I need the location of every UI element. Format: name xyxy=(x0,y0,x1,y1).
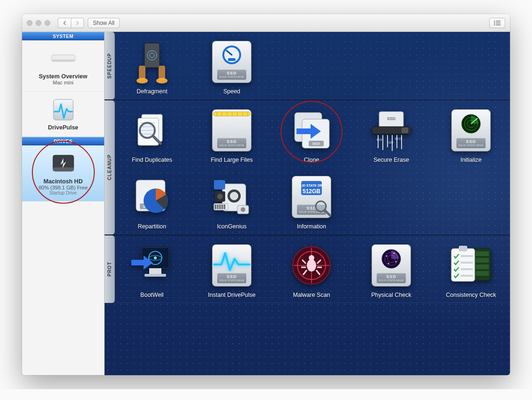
tile-label: Clone xyxy=(304,157,319,163)
tile-clone[interactable]: SSD Clone xyxy=(281,107,342,163)
tile-speed[interactable]: SSDSOLID STATE DRIVE Speed xyxy=(201,38,262,95)
svg-line-81 xyxy=(325,210,330,216)
tile-label: Consistency Check xyxy=(446,292,496,298)
sidebar-item-title: DrivePulse xyxy=(48,124,78,131)
svg-text:1100: 1100 xyxy=(387,141,394,144)
category-protect: PROT BootWell xyxy=(105,235,510,303)
main-grid: SPEEDUP Defragment xyxy=(105,32,510,375)
tile-consistency-check[interactable]: Consistency Check xyxy=(441,242,502,298)
find-duplicates-icon xyxy=(129,107,175,154)
sidebar-item-sub: Mac mini xyxy=(53,80,73,85)
minimize-dot[interactable] xyxy=(36,20,41,26)
svg-rect-110 xyxy=(476,264,489,269)
svg-text:SSD: SSD xyxy=(312,142,320,146)
zoom-dot[interactable] xyxy=(45,20,50,26)
svg-rect-72 xyxy=(220,204,221,209)
tile-instant-drivepulse[interactable]: SSDSOLID STATE DRIVE Instant DrivePulse xyxy=(201,242,262,298)
sidebar-item-sub: 80% (398.1 GB) Free xyxy=(38,185,88,190)
sidebar: SYSTEM System Overview Mac mini xyxy=(22,32,105,375)
sidebar-item-title: System Overview xyxy=(39,73,88,80)
category-tab-cleanup[interactable]: CLEANUP xyxy=(105,100,115,234)
clone-icon: SSD xyxy=(288,107,335,154)
secure-erase-icon: SSD 010111000011 xyxy=(368,107,415,154)
tile-defragment[interactable]: Defragment xyxy=(122,38,182,95)
svg-rect-73 xyxy=(222,204,223,209)
find-large-icon: SSDSOLID STATE DRIVE xyxy=(208,107,255,154)
sidebar-item-system-overview[interactable]: System Overview Mac mini xyxy=(22,40,104,91)
sidebar-section-system: SYSTEM xyxy=(22,32,104,40)
tile-label: Information xyxy=(297,223,327,230)
tile-malware-scan[interactable]: Malware Scan xyxy=(281,242,342,298)
svg-rect-44 xyxy=(402,128,408,133)
tile-physical-check[interactable]: SSDSOLID STATE DRIVE Physical Check xyxy=(361,242,422,298)
svg-text:512GB: 512GB xyxy=(303,188,320,195)
tile-label: Repartition xyxy=(138,223,166,230)
close-dot[interactable] xyxy=(27,20,32,26)
svg-rect-10 xyxy=(53,167,74,171)
svg-rect-111 xyxy=(476,271,489,276)
tile-find-duplicates[interactable]: Find Duplicates xyxy=(122,107,182,163)
svg-rect-117 xyxy=(461,275,473,277)
nav-buttons xyxy=(58,18,84,28)
svg-rect-114 xyxy=(461,255,473,257)
show-all-button[interactable]: Show All xyxy=(88,18,120,28)
category-speedup: SPEEDUP Defragment xyxy=(105,32,510,100)
svg-point-16 xyxy=(137,78,148,83)
svg-point-67 xyxy=(217,194,223,199)
svg-rect-1 xyxy=(496,21,501,22)
svg-rect-113 xyxy=(459,246,467,251)
tile-secure-erase[interactable]: SSD 010111000011 Secure Erase xyxy=(361,107,422,163)
svg-rect-65 xyxy=(214,180,225,189)
tile-information[interactable]: SOLID STATE DRIVE 512GB SSDSOLID STATE D… xyxy=(281,174,342,230)
svg-rect-71 xyxy=(219,204,220,209)
svg-text:0011: 0011 xyxy=(395,137,402,140)
svg-rect-7 xyxy=(52,60,75,61)
tile-label: Secure Erase xyxy=(373,157,409,163)
back-button[interactable] xyxy=(58,18,71,28)
svg-rect-108 xyxy=(476,251,489,256)
svg-rect-14 xyxy=(139,66,145,80)
physical-check-icon: SSDSOLID STATE DRIVE xyxy=(368,242,415,289)
svg-rect-15 xyxy=(159,66,165,80)
svg-point-104 xyxy=(394,253,395,254)
sidebar-item-drivepulse[interactable]: DrivePulse xyxy=(22,91,104,137)
tile-find-large-files[interactable]: SSDSOLID STATE DRIVE Find Large Files xyxy=(201,107,262,163)
tile-label: IconGenius xyxy=(217,223,246,230)
svg-point-93 xyxy=(309,255,314,261)
tile-label: Find Large Files xyxy=(211,157,253,163)
svg-point-106 xyxy=(388,263,389,264)
svg-point-17 xyxy=(156,78,167,83)
svg-rect-86 xyxy=(149,268,161,275)
tile-initialize[interactable]: SSDSOLID STATE DRIVE Initialize xyxy=(441,107,502,163)
tile-icon-genius[interactable]: IconGenius xyxy=(201,174,262,230)
svg-rect-87 xyxy=(144,274,166,277)
tile-repartition[interactable]: SSD Repartition xyxy=(122,174,182,230)
tile-bootwell[interactable]: BootWell xyxy=(122,242,182,298)
drive-icon xyxy=(50,152,77,175)
initialize-icon: SSDSOLID STATE DRIVE xyxy=(448,107,494,154)
list-view-button[interactable] xyxy=(489,18,505,28)
icon-genius-icon xyxy=(208,174,255,220)
speed-icon: SSDSOLID STATE DRIVE xyxy=(208,38,255,85)
tile-label: BootWell xyxy=(140,292,164,298)
information-icon: SOLID STATE DRIVE 512GB SSDSOLID STATE D… xyxy=(288,174,335,220)
svg-rect-74 xyxy=(224,204,225,209)
repartition-icon: SSD xyxy=(129,174,175,220)
forward-button[interactable] xyxy=(71,18,84,28)
svg-rect-5 xyxy=(496,24,501,25)
mac-mini-icon xyxy=(50,47,77,70)
category-tab-speedup[interactable]: SPEEDUP xyxy=(105,32,115,99)
tile-label: Physical Check xyxy=(371,292,411,298)
svg-rect-115 xyxy=(461,262,473,264)
tile-label: Speed xyxy=(223,88,240,95)
defragment-icon xyxy=(129,38,175,85)
svg-point-92 xyxy=(307,259,316,272)
svg-point-64 xyxy=(230,192,238,200)
svg-point-105 xyxy=(395,261,397,263)
tile-label: Initialize xyxy=(460,157,481,163)
category-tab-protect[interactable]: PROT xyxy=(105,235,115,303)
sidebar-item-macintosh-hd[interactable]: Macintosh HD 80% (398.1 GB) Free Startup… xyxy=(22,145,104,202)
app-window: Show All SYSTEM System Overview Mac mini xyxy=(22,14,510,375)
svg-rect-3 xyxy=(496,23,501,23)
svg-rect-69 xyxy=(215,204,216,209)
